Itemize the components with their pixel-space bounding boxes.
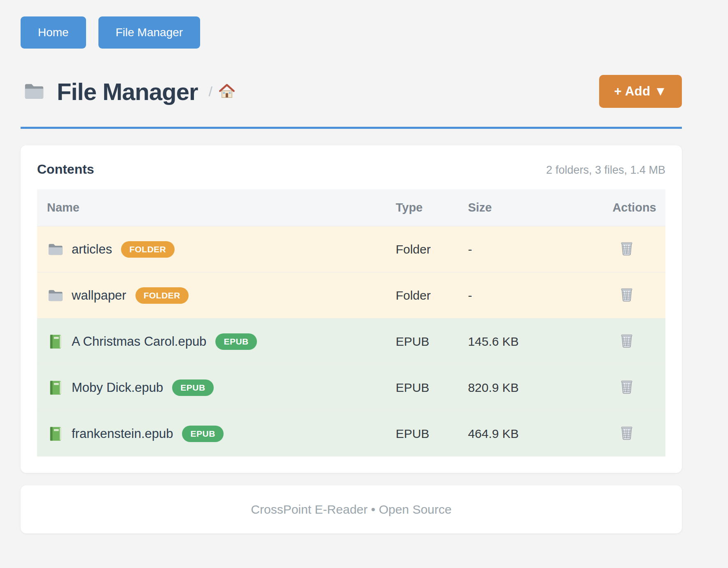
file-name-cell: wallpaperFOLDER: [37, 272, 386, 319]
file-table-head: Name Type Size Actions: [37, 189, 665, 226]
page-title: File Manager: [57, 78, 198, 105]
delete-button[interactable]: [618, 377, 635, 395]
top-nav: Home File Manager: [21, 16, 682, 49]
type-cell: Folder: [386, 272, 458, 319]
actions-cell: [602, 411, 665, 457]
title-wrap: File Manager /: [21, 78, 236, 105]
column-header-size: Size: [458, 189, 602, 226]
column-header-actions: Actions: [602, 189, 665, 226]
table-row[interactable]: wallpaperFOLDERFolder-: [37, 272, 665, 319]
delete-button[interactable]: [618, 239, 635, 256]
table-row[interactable]: frankenstein.epubEPUBEPUB464.9 KB: [37, 411, 665, 457]
file-table: Name Type Size Actions articlesFOLDERFol…: [37, 189, 665, 456]
delete-button[interactable]: [618, 424, 635, 441]
breadcrumb: /: [209, 83, 236, 100]
size-cell: 820.9 KB: [458, 365, 602, 411]
contents-summary: 2 folders, 3 files, 1.4 MB: [546, 164, 665, 177]
table-row[interactable]: A Christmas Carol.epubEPUBEPUB145.6 KB: [37, 319, 665, 365]
actions-cell: [602, 365, 665, 411]
delete-button[interactable]: [618, 331, 635, 349]
file-name[interactable]: frankenstein.epub: [72, 426, 173, 441]
book-icon: [47, 379, 64, 396]
file-name[interactable]: articles: [72, 242, 112, 257]
size-cell: 145.6 KB: [458, 319, 602, 365]
contents-card: Contents 2 folders, 3 files, 1.4 MB Name…: [21, 145, 682, 473]
size-cell: 464.9 KB: [458, 411, 602, 457]
type-badge: EPUB: [182, 426, 223, 442]
blue-divider: [21, 127, 682, 129]
table-body: articlesFOLDERFolder-wallpaperFOLDERFold…: [37, 226, 665, 457]
folder-icon: [21, 80, 48, 103]
page-header: File Manager / + Add ▼: [21, 75, 682, 108]
contents-title: Contents: [37, 162, 94, 177]
type-cell: Folder: [386, 226, 458, 272]
file-name[interactable]: A Christmas Carol.epub: [72, 334, 206, 349]
size-cell: -: [458, 272, 602, 319]
type-badge: EPUB: [215, 333, 257, 350]
breadcrumb-separator: /: [209, 84, 212, 100]
folder-icon: [47, 287, 64, 304]
type-badge: FOLDER: [121, 241, 174, 258]
footer-text: CrossPoint E-Reader • Open Source: [251, 503, 451, 517]
actions-cell: [602, 226, 665, 272]
column-header-name: Name: [37, 189, 386, 226]
folder-icon: [47, 241, 64, 258]
file-name[interactable]: Moby Dick.epub: [72, 380, 163, 395]
nav-button-file-manager[interactable]: File Manager: [98, 16, 200, 49]
file-name-cell: articlesFOLDER: [37, 226, 386, 272]
type-cell: EPUB: [386, 365, 458, 411]
file-name-cell: Moby Dick.epubEPUB: [37, 365, 386, 411]
column-header-type: Type: [386, 189, 458, 226]
file-name[interactable]: wallpaper: [72, 288, 126, 303]
book-icon: [47, 333, 64, 350]
book-icon: [47, 425, 64, 442]
footer-card: CrossPoint E-Reader • Open Source: [21, 485, 682, 533]
house-icon[interactable]: [218, 83, 236, 100]
table-row[interactable]: articlesFOLDERFolder-: [37, 226, 665, 272]
add-button[interactable]: + Add ▼: [599, 75, 682, 108]
nav-button-home[interactable]: Home: [21, 16, 86, 49]
contents-card-header: Contents 2 folders, 3 files, 1.4 MB: [37, 162, 665, 177]
type-badge: EPUB: [172, 379, 213, 396]
actions-cell: [602, 272, 665, 319]
type-badge: FOLDER: [135, 287, 189, 304]
page: Home File Manager File Manager / + Add ▼…: [21, 0, 682, 533]
file-name-cell: A Christmas Carol.epubEPUB: [37, 319, 386, 365]
size-cell: -: [458, 226, 602, 272]
delete-button[interactable]: [618, 285, 635, 303]
table-row[interactable]: Moby Dick.epubEPUBEPUB820.9 KB: [37, 365, 665, 411]
type-cell: EPUB: [386, 319, 458, 365]
file-name-cell: frankenstein.epubEPUB: [37, 411, 386, 457]
actions-cell: [602, 319, 665, 365]
type-cell: EPUB: [386, 411, 458, 457]
